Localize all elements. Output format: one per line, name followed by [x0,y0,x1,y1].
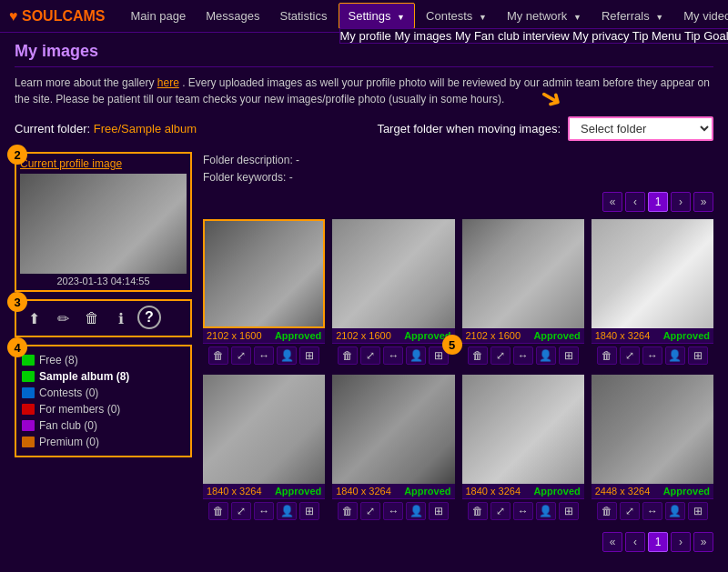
bottom-page-current[interactable]: 1 [648,532,668,552]
img-profile-1[interactable]: 👤 [277,346,297,365]
image-thumb-5[interactable] [203,375,325,484]
img-grid-3[interactable]: ⊞ [559,346,579,365]
img-grid-7[interactable]: ⊞ [559,502,579,520]
img-move-2[interactable]: ↔ [383,346,403,365]
delete-icon[interactable]: 🗑 [79,306,105,331]
nav-items: Main page Messages Statistics Settings ▼… [122,3,728,29]
img-grid-1[interactable]: ⊞ [299,346,319,365]
page-last[interactable]: » [693,192,713,212]
img-profile-3[interactable]: 👤 [536,346,556,365]
dd-tip-goal[interactable]: Tip Goal [684,29,728,43]
nav-referrals[interactable]: Referrals ▼ [592,4,672,28]
info-icon[interactable]: ℹ [108,306,134,331]
img-grid-5[interactable]: ⊞ [299,502,319,520]
folder-contests[interactable]: Contests (0) [22,385,185,401]
img-move-5[interactable]: ↔ [254,502,274,520]
img-profile-5[interactable]: 👤 [277,502,297,520]
dd-tip-menu[interactable]: Tip Menu [632,29,682,43]
nav-messages[interactable]: Messages [197,4,268,28]
img-delete-7[interactable]: 🗑 [468,502,488,520]
img-delete-2[interactable]: 🗑 [338,346,358,365]
page-content: My images Learn more about the gallery h… [0,33,728,561]
img-move-8[interactable]: ↔ [642,502,662,520]
bottom-page-first[interactable]: « [602,532,622,552]
img-expand-1[interactable]: ⤢ [231,346,251,365]
img-grid-4[interactable]: ⊞ [688,346,708,365]
folder-for-members[interactable]: For members (0) [22,401,185,417]
dd-fan-club-interview[interactable]: My Fan club interview [455,29,570,43]
img-delete-3[interactable]: 🗑 [468,346,488,365]
img-expand-7[interactable]: ⤢ [490,502,511,520]
dd-my-images[interactable]: My images [394,29,451,43]
img-move-6[interactable]: ↔ [383,502,403,520]
img-expand-3[interactable]: ⤢ [490,346,511,365]
nav-settings[interactable]: Settings ▼ My profile My images My Fan c… [339,3,416,29]
img-expand-8[interactable]: ⤢ [620,502,640,520]
folder-sample-album[interactable]: Sample album (8) [22,368,185,385]
nav-main-page[interactable]: Main page [122,4,196,28]
nav-contests[interactable]: Contests ▼ [417,4,496,28]
image-status-3: Approved [533,330,580,341]
page-title: My images [15,42,713,67]
image-info-2: 2102 x 1600 Approved [332,328,454,343]
site-logo: ♥ SOULCAMS [9,8,106,25]
settings-dropdown: My profile My images My Fan club intervi… [339,28,729,44]
image-thumb-8[interactable] [592,375,713,484]
edit-icon[interactable]: ✏ [50,306,76,331]
info-bar: Learn more about the gallery here . Ever… [15,75,713,107]
img-move-3[interactable]: ↔ [513,346,533,365]
image-thumb-3[interactable] [462,219,584,328]
image-thumb-1[interactable] [203,219,325,328]
folder-icon-premium [22,437,35,447]
info-link[interactable]: here [157,76,179,89]
bottom-page-prev[interactable]: ‹ [625,532,645,552]
img-expand-2[interactable]: ⤢ [360,346,380,365]
img-profile-6[interactable]: 👤 [406,502,426,520]
img-delete-1[interactable]: 🗑 [208,346,228,365]
page-first[interactable]: « [602,192,622,212]
img-expand-5[interactable]: ⤢ [231,502,251,520]
page-current[interactable]: 1 [648,192,668,212]
folder-fanclub-label: Fan club (0) [39,419,97,432]
gallery-area: Folder description: - Folder keywords: -… [203,152,713,552]
img-move-4[interactable]: ↔ [642,346,662,365]
current-profile-label[interactable]: Current profile image [20,157,187,170]
img-profile-2[interactable]: 👤 [406,346,426,365]
image-thumb-6[interactable] [332,375,454,484]
nav-my-videos[interactable]: My videos [674,4,728,28]
image-thumb-7[interactable] [462,375,584,484]
nav-my-network[interactable]: My network ▼ [498,4,591,28]
img-grid-6[interactable]: ⊞ [429,502,449,520]
profile-image[interactable] [20,174,187,274]
image-actions-6: 🗑 ⤢ ↔ 👤 ⊞ [332,498,454,523]
img-expand-4[interactable]: ⤢ [620,346,640,365]
dd-my-privacy[interactable]: My privacy [572,29,629,43]
bottom-page-last[interactable]: » [693,532,713,552]
image-actions-5: 🗑 ⤢ ↔ 👤 ⊞ [203,498,325,523]
upload-icon[interactable]: ⬆ [21,306,46,331]
page-next[interactable]: › [671,192,691,212]
img-delete-5[interactable]: 🗑 [208,502,228,520]
img-delete-6[interactable]: 🗑 [338,502,358,520]
dd-my-profile[interactable]: My profile [340,29,391,43]
target-folder-select[interactable]: Select folder Free Sample album Contests… [568,116,713,141]
page-prev[interactable]: ‹ [625,192,645,212]
img-expand-6[interactable]: ⤢ [360,502,380,520]
img-move-7[interactable]: ↔ [513,502,533,520]
main-layout: 2 Current profile image 2023-01-13 04:14… [15,152,713,552]
img-profile-4[interactable]: 👤 [665,346,685,365]
image-thumb-2[interactable] [332,219,454,328]
img-grid-8[interactable]: ⊞ [688,502,708,520]
bottom-page-next[interactable]: › [671,532,691,552]
img-delete-8[interactable]: 🗑 [597,502,617,520]
folder-free[interactable]: Free (8) [22,352,185,368]
img-profile-8[interactable]: 👤 [665,502,685,520]
img-delete-4[interactable]: 🗑 [597,346,617,365]
img-profile-7[interactable]: 👤 [536,502,556,520]
nav-statistics[interactable]: Statistics [270,4,336,28]
folder-fan-club[interactable]: Fan club (0) [22,417,185,434]
image-thumb-4[interactable] [592,219,713,328]
img-move-1[interactable]: ↔ [254,346,274,365]
folder-premium[interactable]: Premium (0) [22,434,185,450]
help-icon[interactable]: ? [137,306,161,329]
